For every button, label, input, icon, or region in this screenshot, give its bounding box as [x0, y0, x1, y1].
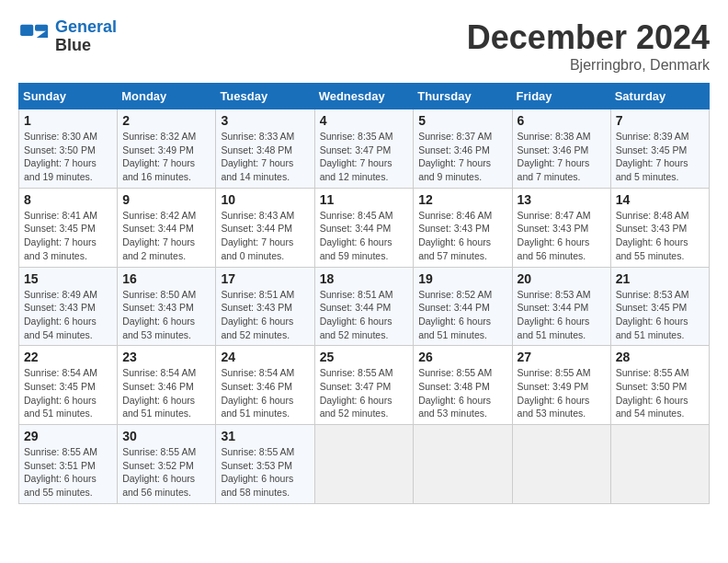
day-number: 31: [221, 429, 309, 443]
column-header-wednesday: Wednesday: [314, 84, 414, 109]
day-info: Sunrise: 8:37 AM Sunset: 3:46 PM Dayligh…: [418, 130, 506, 184]
calendar-cell: 11Sunrise: 8:45 AM Sunset: 3:44 PM Dayli…: [314, 188, 414, 267]
day-number: 15: [24, 271, 112, 286]
calendar-cell: 28Sunrise: 8:55 AM Sunset: 3:50 PM Dayli…: [610, 346, 709, 425]
day-info: Sunrise: 8:55 AM Sunset: 3:53 PM Dayligh…: [221, 445, 309, 500]
calendar-cell: [610, 425, 709, 504]
day-number: 25: [320, 350, 409, 364]
calendar-cell: 16Sunrise: 8:50 AM Sunset: 3:43 PM Dayli…: [118, 267, 216, 346]
calendar-cell: 1Sunrise: 8:30 AM Sunset: 3:50 PM Daylig…: [19, 109, 118, 189]
day-number: 3: [221, 113, 309, 128]
day-number: 4: [320, 113, 409, 128]
day-number: 22: [24, 350, 112, 364]
day-info: Sunrise: 8:41 AM Sunset: 3:45 PM Dayligh…: [24, 209, 112, 263]
day-number: 17: [221, 271, 309, 286]
calendar-cell: 2Sunrise: 8:32 AM Sunset: 3:49 PM Daylig…: [118, 109, 216, 189]
month-title: December 2024: [467, 18, 710, 57]
column-header-monday: Monday: [118, 84, 216, 109]
calendar-cell: 30Sunrise: 8:55 AM Sunset: 3:52 PM Dayli…: [118, 425, 216, 504]
calendar-cell: 4Sunrise: 8:35 AM Sunset: 3:47 PM Daylig…: [314, 109, 414, 189]
day-info: Sunrise: 8:55 AM Sunset: 3:51 PM Dayligh…: [24, 445, 112, 500]
day-info: Sunrise: 8:38 AM Sunset: 3:46 PM Dayligh…: [518, 130, 606, 184]
calendar-cell: 19Sunrise: 8:52 AM Sunset: 3:44 PM Dayli…: [414, 267, 512, 346]
day-info: Sunrise: 8:39 AM Sunset: 3:45 PM Dayligh…: [616, 130, 704, 184]
logo: General Blue: [18, 18, 117, 55]
day-info: Sunrise: 8:55 AM Sunset: 3:52 PM Dayligh…: [122, 445, 210, 500]
column-header-tuesday: Tuesday: [216, 84, 314, 109]
title-block: December 2024 Bjerringbro, Denmark: [467, 18, 710, 74]
calendar-cell: [314, 425, 414, 504]
logo-text: General Blue: [55, 18, 117, 55]
calendar-cell: 13Sunrise: 8:47 AM Sunset: 3:43 PM Dayli…: [512, 188, 610, 267]
calendar-cell: 8Sunrise: 8:41 AM Sunset: 3:45 PM Daylig…: [19, 188, 118, 267]
day-number: 11: [320, 192, 409, 207]
day-number: 13: [518, 192, 606, 207]
calendar-cell: 12Sunrise: 8:46 AM Sunset: 3:43 PM Dayli…: [414, 188, 512, 267]
calendar-cell: 7Sunrise: 8:39 AM Sunset: 3:45 PM Daylig…: [610, 109, 709, 189]
day-number: 23: [122, 350, 210, 364]
day-number: 6: [518, 113, 606, 128]
day-number: 24: [221, 350, 309, 364]
day-info: Sunrise: 8:45 AM Sunset: 3:44 PM Dayligh…: [320, 209, 409, 263]
day-info: Sunrise: 8:30 AM Sunset: 3:50 PM Dayligh…: [24, 130, 112, 184]
column-header-thursday: Thursday: [414, 84, 512, 109]
calendar-cell: 26Sunrise: 8:55 AM Sunset: 3:48 PM Dayli…: [414, 346, 512, 425]
calendar-cell: 10Sunrise: 8:43 AM Sunset: 3:44 PM Dayli…: [216, 188, 314, 267]
calendar-cell: [414, 425, 512, 504]
location-subtitle: Bjerringbro, Denmark: [467, 57, 710, 74]
column-header-saturday: Saturday: [610, 84, 709, 109]
day-number: 29: [24, 429, 112, 443]
day-number: 5: [418, 113, 506, 128]
day-info: Sunrise: 8:49 AM Sunset: 3:43 PM Dayligh…: [24, 288, 112, 342]
day-info: Sunrise: 8:53 AM Sunset: 3:44 PM Dayligh…: [518, 288, 606, 342]
day-info: Sunrise: 8:50 AM Sunset: 3:43 PM Dayligh…: [122, 288, 210, 342]
day-number: 30: [122, 429, 210, 443]
day-number: 28: [616, 350, 704, 364]
calendar-cell: 27Sunrise: 8:55 AM Sunset: 3:49 PM Dayli…: [512, 346, 610, 425]
day-info: Sunrise: 8:54 AM Sunset: 3:45 PM Dayligh…: [24, 366, 112, 420]
calendar-cell: 29Sunrise: 8:55 AM Sunset: 3:51 PM Dayli…: [19, 425, 118, 504]
calendar-cell: 23Sunrise: 8:54 AM Sunset: 3:46 PM Dayli…: [118, 346, 216, 425]
calendar-cell: 31Sunrise: 8:55 AM Sunset: 3:53 PM Dayli…: [216, 425, 314, 504]
column-header-sunday: Sunday: [19, 84, 118, 109]
day-number: 20: [518, 271, 606, 286]
day-info: Sunrise: 8:35 AM Sunset: 3:47 PM Dayligh…: [320, 130, 409, 184]
day-info: Sunrise: 8:54 AM Sunset: 3:46 PM Dayligh…: [221, 366, 309, 420]
day-number: 26: [418, 350, 506, 364]
calendar-cell: 17Sunrise: 8:51 AM Sunset: 3:43 PM Dayli…: [216, 267, 314, 346]
day-info: Sunrise: 8:55 AM Sunset: 3:48 PM Dayligh…: [418, 366, 506, 420]
day-number: 1: [24, 113, 112, 128]
day-info: Sunrise: 8:55 AM Sunset: 3:50 PM Dayligh…: [616, 366, 704, 420]
day-info: Sunrise: 8:51 AM Sunset: 3:43 PM Dayligh…: [221, 288, 309, 342]
calendar-cell: 6Sunrise: 8:38 AM Sunset: 3:46 PM Daylig…: [512, 109, 610, 189]
calendar-cell: 14Sunrise: 8:48 AM Sunset: 3:43 PM Dayli…: [610, 188, 709, 267]
day-number: 8: [24, 192, 112, 207]
column-header-friday: Friday: [512, 84, 610, 109]
calendar-cell: 20Sunrise: 8:53 AM Sunset: 3:44 PM Dayli…: [512, 267, 610, 346]
day-info: Sunrise: 8:55 AM Sunset: 3:47 PM Dayligh…: [320, 366, 409, 420]
day-number: 2: [122, 113, 210, 128]
day-number: 16: [122, 271, 210, 286]
day-number: 21: [616, 271, 704, 286]
day-info: Sunrise: 8:53 AM Sunset: 3:45 PM Dayligh…: [616, 288, 704, 342]
day-number: 19: [418, 271, 506, 286]
svg-rect-0: [20, 25, 33, 36]
calendar-cell: 9Sunrise: 8:42 AM Sunset: 3:44 PM Daylig…: [118, 188, 216, 267]
day-number: 14: [616, 192, 704, 207]
day-info: Sunrise: 8:33 AM Sunset: 3:48 PM Dayligh…: [221, 130, 309, 184]
logo-icon: [18, 23, 51, 51]
day-number: 7: [616, 113, 704, 128]
calendar-cell: 22Sunrise: 8:54 AM Sunset: 3:45 PM Dayli…: [19, 346, 118, 425]
svg-rect-1: [35, 25, 48, 31]
day-info: Sunrise: 8:48 AM Sunset: 3:43 PM Dayligh…: [616, 209, 704, 263]
day-info: Sunrise: 8:54 AM Sunset: 3:46 PM Dayligh…: [122, 366, 210, 420]
day-info: Sunrise: 8:42 AM Sunset: 3:44 PM Dayligh…: [122, 209, 210, 263]
day-info: Sunrise: 8:51 AM Sunset: 3:44 PM Dayligh…: [320, 288, 409, 342]
day-info: Sunrise: 8:47 AM Sunset: 3:43 PM Dayligh…: [518, 209, 606, 263]
day-number: 12: [418, 192, 506, 207]
calendar-cell: 18Sunrise: 8:51 AM Sunset: 3:44 PM Dayli…: [314, 267, 414, 346]
calendar-cell: 24Sunrise: 8:54 AM Sunset: 3:46 PM Dayli…: [216, 346, 314, 425]
calendar-cell: 25Sunrise: 8:55 AM Sunset: 3:47 PM Dayli…: [314, 346, 414, 425]
day-info: Sunrise: 8:32 AM Sunset: 3:49 PM Dayligh…: [122, 130, 210, 184]
calendar-table: SundayMondayTuesdayWednesdayThursdayFrid…: [18, 83, 710, 504]
